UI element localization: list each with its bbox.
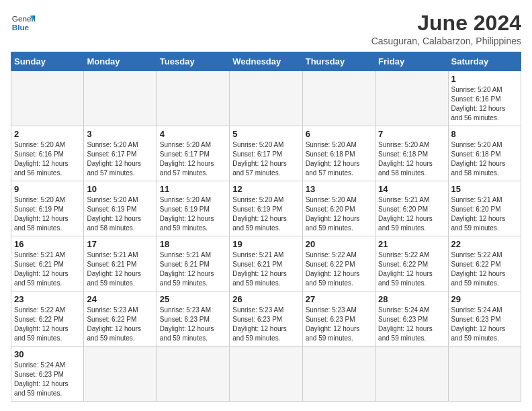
calendar-cell: 6Sunrise: 5:20 AMSunset: 6:18 PMDaylight… [302, 126, 375, 181]
week-row-1: 1Sunrise: 5:20 AMSunset: 6:16 PMDaylight… [11, 71, 521, 126]
day-info: Sunrise: 5:20 AMSunset: 6:17 PMDaylight:… [160, 140, 226, 178]
day-info: Sunrise: 5:23 AMSunset: 6:23 PMDaylight:… [160, 306, 226, 343]
weekday-header-thursday: Thursday [302, 52, 375, 71]
day-info: Sunrise: 5:21 AMSunset: 6:20 PMDaylight:… [378, 195, 445, 233]
day-number: 9 [14, 184, 81, 194]
calendar-cell [375, 347, 448, 402]
calendar-cell: 3Sunrise: 5:20 AMSunset: 6:17 PMDaylight… [84, 126, 157, 181]
weekday-header-wednesday: Wednesday [230, 52, 302, 71]
day-number: 11 [160, 184, 226, 194]
calendar-cell: 21Sunrise: 5:22 AMSunset: 6:22 PMDayligh… [375, 236, 448, 291]
day-info: Sunrise: 5:20 AMSunset: 6:19 PMDaylight:… [232, 195, 299, 233]
calendar-cell: 28Sunrise: 5:24 AMSunset: 6:23 PMDayligh… [375, 291, 448, 347]
day-info: Sunrise: 5:20 AMSunset: 6:18 PMDaylight:… [306, 140, 372, 178]
week-row-5: 23Sunrise: 5:22 AMSunset: 6:22 PMDayligh… [11, 291, 521, 347]
calendar-cell: 26Sunrise: 5:23 AMSunset: 6:23 PMDayligh… [230, 291, 302, 347]
day-number: 13 [306, 184, 372, 194]
day-number: 30 [14, 349, 81, 359]
day-number: 27 [306, 294, 372, 304]
day-number: 5 [232, 129, 299, 139]
calendar-cell: 13Sunrise: 5:20 AMSunset: 6:20 PMDayligh… [302, 181, 375, 236]
day-number: 15 [451, 184, 518, 194]
weekday-header-saturday: Saturday [448, 52, 521, 71]
calendar-cell: 30Sunrise: 5:24 AMSunset: 6:23 PMDayligh… [11, 347, 84, 402]
day-number: 12 [232, 184, 299, 194]
calendar-cell: 24Sunrise: 5:23 AMSunset: 6:22 PMDayligh… [84, 291, 157, 347]
day-number: 22 [451, 239, 518, 249]
calendar-cell: 29Sunrise: 5:24 AMSunset: 6:23 PMDayligh… [448, 291, 521, 347]
calendar-cell: 2Sunrise: 5:20 AMSunset: 6:16 PMDaylight… [11, 126, 84, 181]
day-info: Sunrise: 5:20 AMSunset: 6:17 PMDaylight:… [232, 140, 299, 178]
calendar-cell [302, 347, 375, 402]
calendar-cell: 1Sunrise: 5:20 AMSunset: 6:16 PMDaylight… [448, 71, 521, 126]
calendar-cell: 15Sunrise: 5:21 AMSunset: 6:20 PMDayligh… [448, 181, 521, 236]
calendar-cell: 19Sunrise: 5:21 AMSunset: 6:21 PMDayligh… [230, 236, 302, 291]
day-number: 17 [87, 239, 153, 249]
calendar-cell [157, 347, 229, 402]
logo: General Blue [11, 11, 35, 35]
day-number: 6 [306, 129, 372, 139]
day-number: 20 [306, 239, 372, 249]
calendar-cell: 27Sunrise: 5:23 AMSunset: 6:23 PMDayligh… [302, 291, 375, 347]
day-info: Sunrise: 5:21 AMSunset: 6:21 PMDaylight:… [232, 250, 299, 288]
day-info: Sunrise: 5:21 AMSunset: 6:20 PMDaylight:… [451, 195, 518, 233]
calendar-cell [375, 71, 448, 126]
day-info: Sunrise: 5:20 AMSunset: 6:18 PMDaylight:… [451, 140, 518, 178]
calendar-cell: 16Sunrise: 5:21 AMSunset: 6:21 PMDayligh… [11, 236, 84, 291]
day-number: 16 [14, 239, 81, 249]
calendar-table: SundayMondayTuesdayWednesdayThursdayFrid… [11, 52, 521, 402]
weekday-header-tuesday: Tuesday [157, 52, 229, 71]
header: General Blue June 2024 Casuguran, Calaba… [11, 11, 521, 46]
calendar-cell: 18Sunrise: 5:21 AMSunset: 6:21 PMDayligh… [157, 236, 229, 291]
day-info: Sunrise: 5:23 AMSunset: 6:22 PMDaylight:… [87, 306, 153, 343]
day-info: Sunrise: 5:22 AMSunset: 6:22 PMDaylight:… [306, 250, 372, 288]
day-info: Sunrise: 5:22 AMSunset: 6:22 PMDaylight:… [451, 250, 518, 288]
weekday-header-sunday: Sunday [11, 52, 84, 71]
day-info: Sunrise: 5:22 AMSunset: 6:22 PMDaylight:… [14, 306, 81, 343]
week-row-2: 2Sunrise: 5:20 AMSunset: 6:16 PMDaylight… [11, 126, 521, 181]
week-row-4: 16Sunrise: 5:21 AMSunset: 6:21 PMDayligh… [11, 236, 521, 291]
calendar-cell [448, 347, 521, 402]
calendar-cell: 4Sunrise: 5:20 AMSunset: 6:17 PMDaylight… [157, 126, 229, 181]
title-section: June 2024 Casuguran, Calabarzon, Philipp… [371, 11, 521, 46]
calendar-cell: 7Sunrise: 5:20 AMSunset: 6:18 PMDaylight… [375, 126, 448, 181]
calendar-cell [230, 347, 302, 402]
day-info: Sunrise: 5:20 AMSunset: 6:16 PMDaylight:… [451, 85, 518, 123]
day-info: Sunrise: 5:21 AMSunset: 6:21 PMDaylight:… [87, 250, 153, 288]
day-number: 29 [451, 294, 518, 304]
weekday-header-row: SundayMondayTuesdayWednesdayThursdayFrid… [11, 52, 521, 71]
day-number: 21 [378, 239, 445, 249]
day-info: Sunrise: 5:21 AMSunset: 6:21 PMDaylight:… [160, 250, 226, 288]
month-title: June 2024 [371, 11, 521, 36]
calendar-cell: 10Sunrise: 5:20 AMSunset: 6:19 PMDayligh… [84, 181, 157, 236]
day-info: Sunrise: 5:20 AMSunset: 6:18 PMDaylight:… [378, 140, 445, 178]
day-number: 10 [87, 184, 153, 194]
calendar-cell [11, 71, 84, 126]
day-info: Sunrise: 5:20 AMSunset: 6:19 PMDaylight:… [14, 195, 81, 233]
weekday-header-friday: Friday [375, 52, 448, 71]
day-info: Sunrise: 5:20 AMSunset: 6:16 PMDaylight:… [14, 140, 81, 178]
day-number: 3 [87, 129, 153, 139]
page-container: General Blue June 2024 Casuguran, Calaba… [11, 11, 521, 402]
day-number: 26 [232, 294, 299, 304]
calendar-cell: 8Sunrise: 5:20 AMSunset: 6:18 PMDaylight… [448, 126, 521, 181]
weekday-header-monday: Monday [84, 52, 157, 71]
calendar-cell: 20Sunrise: 5:22 AMSunset: 6:22 PMDayligh… [302, 236, 375, 291]
day-info: Sunrise: 5:24 AMSunset: 6:23 PMDaylight:… [378, 306, 445, 343]
svg-text:Blue: Blue [12, 23, 30, 32]
calendar-cell [84, 347, 157, 402]
day-info: Sunrise: 5:24 AMSunset: 6:23 PMDaylight:… [451, 306, 518, 343]
day-number: 1 [451, 74, 518, 84]
day-info: Sunrise: 5:20 AMSunset: 6:17 PMDaylight:… [87, 140, 153, 178]
day-number: 28 [378, 294, 445, 304]
calendar-cell: 17Sunrise: 5:21 AMSunset: 6:21 PMDayligh… [84, 236, 157, 291]
calendar-cell: 12Sunrise: 5:20 AMSunset: 6:19 PMDayligh… [230, 181, 302, 236]
calendar-cell: 5Sunrise: 5:20 AMSunset: 6:17 PMDaylight… [230, 126, 302, 181]
day-number: 25 [160, 294, 226, 304]
day-info: Sunrise: 5:24 AMSunset: 6:23 PMDaylight:… [14, 361, 81, 398]
day-info: Sunrise: 5:21 AMSunset: 6:21 PMDaylight:… [14, 250, 81, 288]
day-number: 4 [160, 129, 226, 139]
calendar-cell [302, 71, 375, 126]
day-info: Sunrise: 5:22 AMSunset: 6:22 PMDaylight:… [378, 250, 445, 288]
calendar-cell: 11Sunrise: 5:20 AMSunset: 6:19 PMDayligh… [157, 181, 229, 236]
